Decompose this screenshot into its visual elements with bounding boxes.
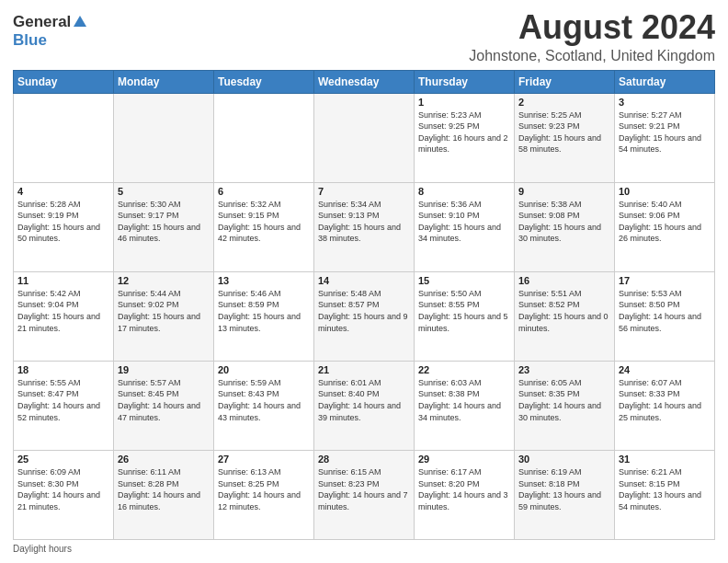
day-number: 6 xyxy=(218,186,310,197)
day-number: 8 xyxy=(418,186,510,197)
day-info: Sunrise: 6:01 AM Sunset: 8:40 PM Dayligh… xyxy=(318,377,410,423)
day-number: 15 xyxy=(418,275,510,286)
footer-note: Daylight hours xyxy=(13,544,715,554)
calendar-header: SundayMondayTuesdayWednesdayThursdayFrid… xyxy=(14,70,715,93)
day-number: 23 xyxy=(518,364,610,375)
col-header-tuesday: Tuesday xyxy=(214,70,314,93)
day-info: Sunrise: 5:55 AM Sunset: 8:47 PM Dayligh… xyxy=(17,377,109,423)
day-info: Sunrise: 5:48 AM Sunset: 8:57 PM Dayligh… xyxy=(318,288,410,334)
day-info: Sunrise: 5:44 AM Sunset: 9:02 PM Dayligh… xyxy=(118,288,210,334)
day-info: Sunrise: 6:05 AM Sunset: 8:35 PM Dayligh… xyxy=(518,377,610,423)
day-info: Sunrise: 5:51 AM Sunset: 8:52 PM Dayligh… xyxy=(518,288,610,334)
title-section: August 2024 Johnstone, Scotland, United … xyxy=(469,9,715,64)
day-number: 22 xyxy=(418,364,510,375)
day-number: 31 xyxy=(619,454,711,465)
day-cell xyxy=(114,93,214,182)
calendar-body: 1Sunrise: 5:23 AM Sunset: 9:25 PM Daylig… xyxy=(14,93,715,539)
day-number: 13 xyxy=(218,275,310,286)
day-cell: 10Sunrise: 5:40 AM Sunset: 9:06 PM Dayli… xyxy=(615,182,715,271)
logo-blue: Blue xyxy=(13,31,47,49)
page: General Blue August 2024 Johnstone, Scot… xyxy=(0,0,728,563)
col-header-saturday: Saturday xyxy=(615,70,715,93)
day-cell: 9Sunrise: 5:38 AM Sunset: 9:08 PM Daylig… xyxy=(515,182,615,271)
day-number: 3 xyxy=(619,97,711,108)
day-info: Sunrise: 5:57 AM Sunset: 8:45 PM Dayligh… xyxy=(118,377,210,423)
day-cell: 28Sunrise: 6:15 AM Sunset: 8:23 PM Dayli… xyxy=(314,450,415,539)
day-number: 17 xyxy=(619,275,711,286)
day-number: 7 xyxy=(318,186,410,197)
day-number: 10 xyxy=(619,186,711,197)
day-cell: 18Sunrise: 5:55 AM Sunset: 8:47 PM Dayli… xyxy=(14,361,114,450)
day-cell: 2Sunrise: 5:25 AM Sunset: 9:23 PM Daylig… xyxy=(515,93,615,182)
logo-icon xyxy=(72,14,88,30)
day-cell: 11Sunrise: 5:42 AM Sunset: 9:04 PM Dayli… xyxy=(14,271,114,361)
svg-marker-0 xyxy=(74,16,86,27)
day-info: Sunrise: 5:28 AM Sunset: 9:19 PM Dayligh… xyxy=(17,199,109,245)
day-number: 26 xyxy=(118,454,210,465)
day-info: Sunrise: 6:19 AM Sunset: 8:18 PM Dayligh… xyxy=(518,466,610,512)
week-row-5: 25Sunrise: 6:09 AM Sunset: 8:30 PM Dayli… xyxy=(14,450,715,539)
day-cell: 13Sunrise: 5:46 AM Sunset: 8:59 PM Dayli… xyxy=(214,271,314,361)
day-info: Sunrise: 5:59 AM Sunset: 8:43 PM Dayligh… xyxy=(218,377,310,423)
day-number: 11 xyxy=(17,275,109,286)
day-cell xyxy=(314,93,415,182)
day-info: Sunrise: 5:40 AM Sunset: 9:06 PM Dayligh… xyxy=(619,199,711,245)
week-row-3: 11Sunrise: 5:42 AM Sunset: 9:04 PM Dayli… xyxy=(14,271,715,361)
day-info: Sunrise: 6:17 AM Sunset: 8:20 PM Dayligh… xyxy=(418,466,510,512)
main-title: August 2024 xyxy=(469,9,715,46)
day-number: 4 xyxy=(17,186,109,197)
day-cell: 3Sunrise: 5:27 AM Sunset: 9:21 PM Daylig… xyxy=(615,93,715,182)
logo: General Blue xyxy=(13,13,89,50)
day-number: 25 xyxy=(17,454,109,465)
day-cell: 26Sunrise: 6:11 AM Sunset: 8:28 PM Dayli… xyxy=(114,450,214,539)
day-number: 5 xyxy=(118,186,210,197)
day-info: Sunrise: 6:07 AM Sunset: 8:33 PM Dayligh… xyxy=(619,377,711,423)
day-cell: 21Sunrise: 6:01 AM Sunset: 8:40 PM Dayli… xyxy=(314,361,415,450)
col-header-friday: Friday xyxy=(515,70,615,93)
day-number: 27 xyxy=(218,454,310,465)
day-info: Sunrise: 5:53 AM Sunset: 8:50 PM Dayligh… xyxy=(619,288,711,334)
day-cell xyxy=(214,93,314,182)
day-number: 16 xyxy=(518,275,610,286)
subtitle: Johnstone, Scotland, United Kingdom xyxy=(469,48,715,64)
day-cell: 29Sunrise: 6:17 AM Sunset: 8:20 PM Dayli… xyxy=(415,450,515,539)
day-number: 14 xyxy=(318,275,410,286)
week-row-4: 18Sunrise: 5:55 AM Sunset: 8:47 PM Dayli… xyxy=(14,361,715,450)
day-cell: 30Sunrise: 6:19 AM Sunset: 8:18 PM Dayli… xyxy=(515,450,615,539)
day-cell: 5Sunrise: 5:30 AM Sunset: 9:17 PM Daylig… xyxy=(114,182,214,271)
day-info: Sunrise: 5:50 AM Sunset: 8:55 PM Dayligh… xyxy=(418,288,510,334)
day-number: 18 xyxy=(17,364,109,375)
col-header-wednesday: Wednesday xyxy=(314,70,415,93)
day-info: Sunrise: 5:42 AM Sunset: 9:04 PM Dayligh… xyxy=(17,288,109,334)
day-cell: 1Sunrise: 5:23 AM Sunset: 9:25 PM Daylig… xyxy=(415,93,515,182)
col-header-monday: Monday xyxy=(114,70,214,93)
day-cell: 6Sunrise: 5:32 AM Sunset: 9:15 PM Daylig… xyxy=(214,182,314,271)
col-header-sunday: Sunday xyxy=(14,70,114,93)
day-cell: 22Sunrise: 6:03 AM Sunset: 8:38 PM Dayli… xyxy=(415,361,515,450)
day-info: Sunrise: 5:32 AM Sunset: 9:15 PM Dayligh… xyxy=(218,199,310,245)
day-cell: 27Sunrise: 6:13 AM Sunset: 8:25 PM Dayli… xyxy=(214,450,314,539)
day-number: 24 xyxy=(619,364,711,375)
day-number: 20 xyxy=(218,364,310,375)
day-number: 30 xyxy=(518,454,610,465)
day-cell: 25Sunrise: 6:09 AM Sunset: 8:30 PM Dayli… xyxy=(14,450,114,539)
day-cell: 17Sunrise: 5:53 AM Sunset: 8:50 PM Dayli… xyxy=(615,271,715,361)
day-info: Sunrise: 5:46 AM Sunset: 8:59 PM Dayligh… xyxy=(218,288,310,334)
day-info: Sunrise: 6:15 AM Sunset: 8:23 PM Dayligh… xyxy=(318,466,410,512)
day-info: Sunrise: 5:27 AM Sunset: 9:21 PM Dayligh… xyxy=(619,109,711,155)
day-cell: 24Sunrise: 6:07 AM Sunset: 8:33 PM Dayli… xyxy=(615,361,715,450)
day-cell: 8Sunrise: 5:36 AM Sunset: 9:10 PM Daylig… xyxy=(415,182,515,271)
logo-text: General Blue xyxy=(13,13,89,50)
day-number: 2 xyxy=(518,97,610,108)
day-cell: 23Sunrise: 6:05 AM Sunset: 8:35 PM Dayli… xyxy=(515,361,615,450)
calendar-table: SundayMondayTuesdayWednesdayThursdayFrid… xyxy=(13,70,715,540)
col-header-thursday: Thursday xyxy=(415,70,515,93)
day-info: Sunrise: 5:30 AM Sunset: 9:17 PM Dayligh… xyxy=(118,199,210,245)
day-info: Sunrise: 5:38 AM Sunset: 9:08 PM Dayligh… xyxy=(518,199,610,245)
day-cell: 7Sunrise: 5:34 AM Sunset: 9:13 PM Daylig… xyxy=(314,182,415,271)
day-info: Sunrise: 5:34 AM Sunset: 9:13 PM Dayligh… xyxy=(318,199,410,245)
day-info: Sunrise: 6:03 AM Sunset: 8:38 PM Dayligh… xyxy=(418,377,510,423)
day-cell: 4Sunrise: 5:28 AM Sunset: 9:19 PM Daylig… xyxy=(14,182,114,271)
day-info: Sunrise: 6:11 AM Sunset: 8:28 PM Dayligh… xyxy=(118,466,210,512)
day-number: 1 xyxy=(418,97,510,108)
